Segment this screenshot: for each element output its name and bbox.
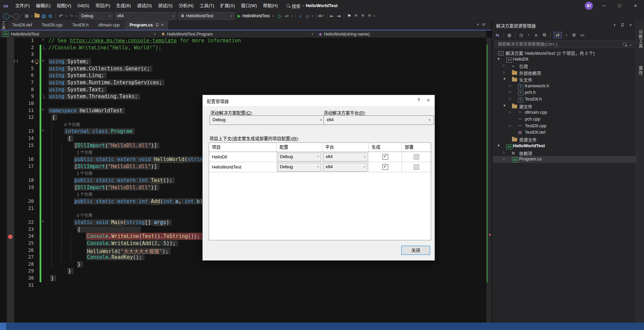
code-line-29[interactable]: 29} <box>0 268 486 275</box>
attach-to-process-icon[interactable]: ⇌ <box>284 12 290 20</box>
collapse-all-icon[interactable]: ∧ <box>533 32 539 38</box>
collapsed-arrow-icon[interactable]: ▷ <box>503 64 505 67</box>
start-debugging-button[interactable]: ▶HelloWorldTest▾ <box>236 14 277 18</box>
expanded-arrow-icon[interactable]: ▼ <box>503 77 506 81</box>
start-without-debugging-icon[interactable]: ▷ <box>277 12 284 20</box>
chevron-down-icon[interactable]: ▾ <box>527 34 530 37</box>
tree-item-program.cs[interactable]: ▷C#Program.cs <box>493 156 636 163</box>
expanded-arrow-icon[interactable]: ▼ <box>497 144 500 147</box>
code-line-7[interactable]: 7using System.Runtime.InteropServices; <box>0 80 486 87</box>
save-all-icon[interactable]: ⧉ <box>47 12 54 20</box>
menu-item-h[interactable]: 帮助(H) <box>260 0 281 12</box>
toggle-bookmark-icon[interactable]: ⚑ <box>346 12 353 20</box>
lightbulb-icon[interactable] <box>35 60 39 63</box>
breadcrumb-segment-1[interactable]: ❖HelloWorldTest.Program▾ <box>158 30 316 38</box>
dialog-title-bar[interactable]: 配置管理器 ? × <box>203 95 435 106</box>
dialog-help-button[interactable]: ? <box>415 97 422 103</box>
tree-item-framework.h[interactable]: ▷hframework.h <box>493 83 636 90</box>
menu-item-p[interactable]: 项目(P) <box>92 0 113 12</box>
menu-item-b[interactable]: 生成(B) <box>113 0 134 12</box>
collapsed-arrow-icon[interactable]: ▷ <box>509 90 511 94</box>
project-platform-dropdown[interactable]: x64˅ <box>323 153 368 161</box>
code-line-2[interactable]: 2//Console.WriteLine("Hello, World!"); <box>0 45 486 52</box>
chevron-down-icon[interactable]: ▾ <box>9 15 13 18</box>
close-tab-icon[interactable]: × <box>161 23 163 27</box>
menu-item-t[interactable]: 工具(T) <box>197 0 217 12</box>
menu-item-gitg[interactable]: Git(G) <box>74 0 92 12</box>
minimize-button[interactable]: ─ <box>596 0 612 12</box>
sync-with-active-document-icon[interactable]: ⇄ <box>554 32 562 38</box>
active-solution-configuration-dropdown[interactable]: Debug ∨ <box>209 115 325 125</box>
navigate-back-icon[interactable]: ← <box>3 12 9 20</box>
close-button[interactable]: × <box>628 0 643 12</box>
chevron-down-icon[interactable]: ▾ <box>64 15 68 18</box>
breadcrumb-segment-2[interactable]: ◈HelloWorld(string name) <box>316 30 486 38</box>
code-line-6[interactable]: 6using System.Linq; <box>0 72 486 80</box>
solution-platforms-dropdown[interactable]: x64▾ <box>115 12 176 20</box>
wrench-icon[interactable]: ⚙ <box>571 32 577 38</box>
tab-program-cs[interactable]: Program.cs× <box>125 20 169 30</box>
tree-item-[interactable]: ▼头文件 <box>493 76 636 83</box>
close-dialog-button[interactable]: 关闭 <box>401 246 430 255</box>
pin-icon[interactable] <box>621 23 624 27</box>
tab-testdll-cpp[interactable]: TestDll.cpp <box>37 20 67 30</box>
chevron-down-icon[interactable]: ▾ <box>565 34 568 37</box>
build-checkbox[interactable] <box>382 164 388 170</box>
menu-item-v[interactable]: 视图(V) <box>53 0 74 12</box>
fold-chevron-icon[interactable]: ∨ <box>42 219 44 223</box>
tree-item-helloworldtest22[interactable]: ∞解决方案 'HelloWorldTest' (2 个项目，共 2 个) <box>493 49 636 56</box>
all-files-icon[interactable]: ◍ <box>507 32 512 38</box>
chevron-down-icon[interactable]: ▾ <box>373 15 376 18</box>
previous-bookmark-icon[interactable]: ⚑ <box>353 12 359 20</box>
menu-item-w[interactable]: 窗口(W) <box>238 0 260 12</box>
status-bar-feedback-block[interactable] <box>0 323 6 330</box>
preview-selected-items-icon[interactable]: ▭ <box>580 32 585 38</box>
code-line-28[interactable]: 28} <box>0 261 486 268</box>
code-line-5[interactable]: 5using System.Collections.Generic; <box>0 66 486 73</box>
startup-projects-dropdown[interactable]: ⚙HelloWorldTest▾ <box>178 12 235 20</box>
codelens-references-label[interactable]: 1 个引用 <box>77 149 92 155</box>
next-bookmark-icon[interactable]: ⚑ <box>359 12 366 20</box>
code-line-1[interactable]: 1∨// See https://aka.ms/new-console-temp… <box>0 38 486 45</box>
redo-icon[interactable]: ↷ <box>68 12 74 20</box>
decrease-indent-icon[interactable]: ⇤ <box>329 12 335 20</box>
menu-item-d[interactable]: 调试(D) <box>134 0 155 12</box>
codelens-references-label[interactable]: 1 个引用 <box>77 191 92 197</box>
collapsed-arrow-icon[interactable]: ▷ <box>509 97 511 101</box>
menu-item-n[interactable]: 分析(N) <box>176 0 197 12</box>
chevron-down-icon[interactable]: ▾ <box>30 15 34 18</box>
tab-dllmain-cpp[interactable]: dllmain.cpp <box>93 20 124 30</box>
chevron-down-icon[interactable]: ▾ <box>311 15 314 18</box>
solution-explorer-search-input[interactable]: 搜索解决方案资源管理器(Ctrl+;) ▾ <box>495 41 634 48</box>
dialog-close-icon[interactable]: × <box>425 97 432 103</box>
tree-item-testdll.cpp[interactable]: ▷⁺⁺TestDll.cpp <box>493 123 636 130</box>
chevron-down-icon[interactable]: ▾ <box>290 15 294 18</box>
tree-item-pch.cpp[interactable]: ⁺⁺pch.cpp <box>493 116 636 123</box>
tree-item-[interactable]: ▷外部依赖项 <box>493 69 636 76</box>
code-line-30[interactable]: 30} <box>0 275 486 282</box>
open-file-icon[interactable] <box>34 12 40 20</box>
avatar[interactable]: Ⅱ7 <box>585 2 593 10</box>
code-line-3[interactable]: 3 <box>0 51 486 59</box>
expanded-arrow-icon[interactable]: ▼ <box>497 57 500 61</box>
fold-chevron-icon[interactable]: ∨ <box>42 59 44 62</box>
tab-list-chevron-icon[interactable]: ▾ <box>477 22 479 27</box>
project-platform-dropdown[interactable]: x64˅ <box>323 163 368 172</box>
menu-item-x[interactable]: 扩展(X) <box>217 0 238 12</box>
breakpoint-indicator[interactable] <box>8 235 13 239</box>
collapsed-arrow-icon[interactable]: ▷ <box>503 70 505 74</box>
spell-check-icon[interactable]: ab✓ <box>318 12 325 20</box>
tree-item-testdll.h[interactable]: ▷hTestDll.h <box>493 96 636 103</box>
tab-testdll-def[interactable]: TestDll.def <box>7 20 37 30</box>
codelens-references-label[interactable]: 0 个引用 <box>77 212 92 218</box>
tree-item-testdll.def[interactable]: ⊞TestDll.def <box>493 129 636 136</box>
undo-icon[interactable]: ↶ <box>58 12 64 20</box>
project-configuration-dropdown[interactable]: Debug˅ <box>277 163 321 172</box>
tree-item-helloworldtest[interactable]: ▼C#HelloWorldTest <box>493 143 636 150</box>
project-configuration-dropdown[interactable]: Debug˅ <box>277 153 321 161</box>
codelens-references-label[interactable]: 1 个引用 <box>77 170 92 176</box>
editor-scrollbar[interactable] <box>486 38 491 323</box>
pin-icon[interactable] <box>155 23 158 27</box>
menu-item-e[interactable]: 编辑(E) <box>33 0 53 12</box>
tree-item-dllmain.cpp[interactable]: ▷⁺⁺dllmain.cpp <box>493 109 636 116</box>
